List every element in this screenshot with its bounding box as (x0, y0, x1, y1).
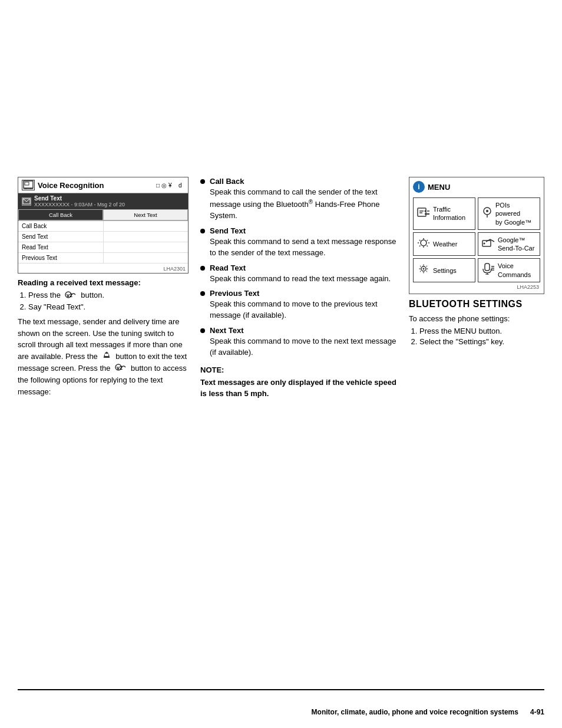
vr-option-read-text[interactable]: Read Text (18, 242, 188, 253)
svg-line-28 (427, 245, 428, 246)
vr-msg-icon (22, 197, 31, 206)
bullet-next-text: Next Text Speak this command to move to … (200, 326, 397, 358)
bullet-dot (200, 179, 205, 184)
bullet-send-text: Send Text Speak this command to send a t… (200, 226, 397, 259)
reading-steps: Press the v2 button. Say "Read Text". (28, 291, 189, 311)
top-spacer (18, 12, 544, 177)
voice-commands-icon (482, 263, 495, 278)
vr-screen: Voice Recognition □ ◎ ¥ d (18, 177, 189, 274)
vr-screen-icon (22, 180, 35, 190)
bullet-content: Previous Text Speak this command to move… (210, 289, 397, 321)
bullet-call-back: Call Back Speak this command to call the… (200, 177, 397, 222)
svg-text:¥: ¥ (168, 182, 172, 189)
bullet-section: Call Back Speak this command to call the… (200, 177, 397, 358)
bullet-content: Call Back Speak this command to call the… (210, 177, 397, 222)
reading-body-text: The text message, sender and delivery ti… (18, 316, 189, 397)
left-column: Voice Recognition □ ◎ ¥ d (18, 177, 189, 402)
bullet-title: Call Back (210, 177, 397, 186)
svg-text:d: d (178, 182, 182, 189)
bt-heading: BLUETOOTH SETTINGS (409, 299, 544, 309)
page-container: Voice Recognition □ ◎ ¥ d (0, 0, 562, 728)
bullet-dot (200, 328, 205, 333)
bullet-body: Speak this command to read the text mess… (210, 274, 397, 285)
vr-option-send-text[interactable]: Send Text (18, 232, 188, 242)
svg-text:v2: v2 (117, 365, 123, 371)
bt-step-2: Select the "Settings" key. (419, 337, 544, 346)
vr-call-back-btn[interactable]: Call Back (18, 209, 103, 220)
voice-button-icon: v2 (65, 291, 77, 301)
bullet-dot (200, 291, 205, 296)
note-text: Text messages are only displayed if the … (200, 377, 397, 400)
svg-point-20 (486, 210, 488, 212)
bullet-body: Speak this command to move to the previo… (210, 299, 397, 321)
svg-rect-36 (485, 263, 490, 271)
menu-screen: i MENU (409, 177, 544, 294)
step-1: Press the v2 button. (28, 291, 189, 301)
svg-line-27 (419, 240, 421, 241)
step-2: Say "Read Text". (28, 302, 189, 311)
vr-screen-header: Voice Recognition □ ◎ ¥ d (18, 177, 188, 193)
vr-msg-detail: XXXXXXXXXX - 9:03AM - Msg 2 of 20 (34, 202, 125, 207)
vr-label-code: LHA2301 (18, 263, 188, 273)
menu-cell-traffic-label: TrafficInformation (433, 205, 465, 222)
svg-line-29 (427, 240, 428, 241)
reading-heading: Reading a received text message: (18, 278, 189, 287)
right-column: i MENU (409, 177, 544, 348)
vr-options-list: Call Back Send Text Read Text Previous T… (18, 221, 188, 263)
vr-buttons-row: Call Back Next Text (18, 209, 188, 221)
menu-cell-voice[interactable]: VoiceCommands (478, 258, 540, 282)
menu-cell-settings[interactable]: Settings (413, 258, 475, 282)
menu-grid: TrafficInformation POIs poweredby Google… (413, 197, 540, 282)
footer-page-number: 4-91 (530, 708, 544, 716)
bt-step-1: Press the MENU button. (419, 327, 544, 335)
bullet-dot (200, 229, 205, 233)
vr-next-text-btn[interactable]: Next Text (103, 209, 188, 220)
menu-title-text: MENU (428, 183, 450, 192)
vr-msg-label: Send Text (34, 195, 125, 202)
vr-message-row: Send Text XXXXXXXXXX - 9:03AM - Msg 2 of… (18, 193, 188, 209)
bullet-body: Speak this command to move to the next t… (210, 336, 397, 358)
vr-msg-content: Send Text XXXXXXXXXX - 9:03AM - Msg 2 of… (34, 195, 125, 207)
svg-rect-13 (418, 208, 426, 216)
bullet-body: Speak this command to send a text messag… (210, 236, 397, 259)
menu-info-icon: i (413, 181, 425, 193)
footer-text: Monitor, climate, audio, phone and voice… (312, 708, 518, 716)
voice-button-icon-2: v2 (115, 363, 127, 375)
bullet-title: Read Text (210, 263, 397, 272)
note-section: NOTE: Text messages are only displayed i… (200, 365, 397, 400)
bullet-previous-text: Previous Text Speak this command to move… (200, 289, 397, 321)
svg-point-35 (423, 268, 425, 270)
bt-steps: Press the MENU button. Select the "Setti… (419, 327, 544, 346)
google-stc-icon (482, 237, 495, 252)
vr-status-icons: □ ◎ ¥ d (156, 182, 184, 189)
home-button-icon (102, 351, 111, 363)
svg-point-18 (425, 210, 427, 212)
weather-icon (417, 238, 430, 251)
traffic-icon (417, 206, 430, 221)
menu-cell-weather-label: Weather (433, 240, 457, 248)
menu-cell-pois[interactable]: POIs poweredby Google™ (478, 197, 540, 230)
menu-cell-weather[interactable]: Weather (413, 232, 475, 256)
menu-cell-google-stc[interactable]: Google™Send-To-Car (478, 232, 540, 256)
bullet-title: Next Text (210, 326, 397, 335)
menu-cell-pois-label: POIs poweredby Google™ (495, 201, 536, 226)
menu-cell-settings-label: Settings (433, 266, 457, 275)
bullet-content: Read Text Speak this command to read the… (210, 263, 397, 285)
center-column: Call Back Speak this command to call the… (200, 177, 397, 400)
svg-point-32 (484, 242, 485, 244)
menu-cell-voice-label: VoiceCommands (498, 262, 531, 279)
vr-option-call-back[interactable]: Call Back (18, 221, 188, 232)
svg-line-30 (419, 245, 421, 246)
vr-title-text: Voice Recognition (38, 181, 104, 190)
menu-cell-traffic[interactable]: TrafficInformation (413, 197, 475, 230)
bullet-content: Next Text Speak this command to move to … (210, 326, 397, 358)
svg-rect-1 (25, 182, 29, 185)
menu-cell-google-stc-label: Google™Send-To-Car (498, 236, 534, 253)
main-content: Voice Recognition □ ◎ ¥ d (18, 177, 544, 402)
menu-label-code: LHA2253 (413, 282, 540, 290)
note-heading: NOTE: (200, 365, 397, 374)
svg-text:v2: v2 (67, 292, 72, 298)
vr-option-previous-text[interactable]: Previous Text (18, 253, 188, 263)
bullet-title: Send Text (210, 226, 397, 235)
bullet-content: Send Text Speak this command to send a t… (210, 226, 397, 259)
